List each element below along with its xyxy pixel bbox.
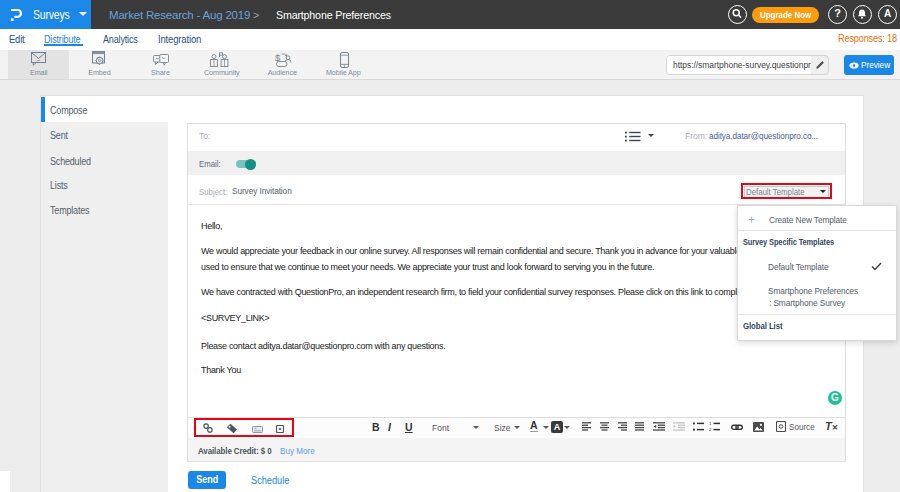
svg-text:2: 2 xyxy=(709,427,712,431)
svg-text:1: 1 xyxy=(709,422,712,426)
svg-text:$: $ xyxy=(275,52,281,63)
